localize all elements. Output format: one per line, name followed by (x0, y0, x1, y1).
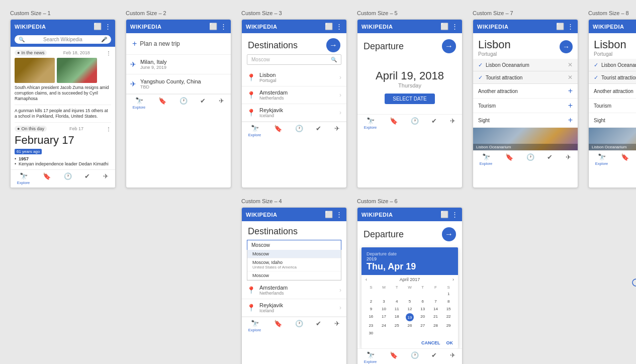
nav-nearby-3[interactable]: ✔ (316, 125, 321, 137)
lisbon8-oceanarium[interactable]: ✓ Lisbon Oceanarium ✕ (589, 59, 636, 71)
nav-save-8[interactable]: 🔖 (621, 153, 629, 166)
cal-day-3[interactable]: 3 (378, 298, 391, 305)
menu-icon-1[interactable]: ⋮ (105, 23, 111, 30)
nav-nearby-7[interactable]: ✔ (547, 153, 553, 166)
cal-day-4[interactable]: 4 (390, 298, 403, 305)
on-this-day-more-icon[interactable]: ⋮ (106, 126, 111, 132)
cal-day-20[interactable]: 20 (416, 313, 429, 321)
nav-plane-5[interactable]: ✈ (450, 117, 456, 130)
nav-save-6[interactable]: 🔖 (390, 351, 398, 364)
cal-day-16[interactable]: 16 (365, 313, 378, 321)
cal-day-30[interactable]: 30 (365, 330, 378, 336)
lisbon7-tourist[interactable]: ✓ Tourist attraction ✕ (473, 71, 578, 84)
nav-nearby-4[interactable]: ✔ (316, 320, 321, 332)
cal-day-22[interactable]: 22 (442, 313, 455, 321)
dest3-search[interactable]: Moscow 🔍 (247, 54, 341, 65)
save-icon-4[interactable]: ⬜ (325, 211, 333, 218)
cal-day-13[interactable]: 13 (416, 306, 429, 312)
cal-day-17[interactable]: 17 (378, 313, 391, 321)
dd-moscow-idaho[interactable]: Moscow, Idaho United States of America (247, 258, 341, 271)
nav-history-1[interactable]: 🕐 (64, 172, 72, 185)
cal-day-19[interactable]: 19 (406, 313, 414, 321)
menu-icon-5[interactable]: ⋮ (451, 23, 458, 30)
menu-icon-6[interactable]: ⋮ (451, 211, 458, 218)
cal-next-icon[interactable]: › (452, 277, 454, 282)
cal-day-14[interactable]: 14 (429, 306, 442, 312)
nav-explore-5[interactable]: 🔭 Explore (364, 117, 377, 130)
add-another7[interactable]: + (568, 86, 573, 96)
save-icon-2[interactable]: ⬜ (209, 23, 217, 30)
close-oceanarium7[interactable]: ✕ (568, 61, 573, 68)
nav-save-3[interactable]: 🔖 (274, 125, 282, 137)
save-icon-7[interactable]: ⬜ (556, 23, 564, 30)
nav-nearby-6[interactable]: ✔ (431, 351, 437, 364)
mic-icon-1[interactable]: 🎤 (101, 37, 107, 42)
dep-select-btn-5[interactable]: SELECT DATE (385, 94, 434, 104)
cal-day-6[interactable]: 6 (416, 298, 429, 305)
dep-btn-5[interactable]: → (442, 39, 456, 53)
nav-save-1[interactable]: 🔖 (43, 172, 51, 185)
cal-day-8[interactable]: 8 (442, 298, 455, 305)
cal-day-29[interactable]: 29 (442, 322, 455, 329)
nav-plane-4[interactable]: ✈ (334, 320, 340, 332)
nav-save-7[interactable]: 🔖 (505, 153, 513, 166)
trip-milan[interactable]: ✈ Milan, Italy June 9, 2019 (126, 55, 231, 74)
nav-save-4[interactable]: 🔖 (274, 320, 282, 332)
dest4-search-input[interactable]: Moscow (247, 240, 341, 250)
lisbon8-sight[interactable]: Sight + (589, 113, 636, 128)
save-icon-3[interactable]: ⬜ (325, 23, 333, 30)
cal-day-28[interactable]: 28 (429, 322, 442, 329)
cal-day-26[interactable]: 26 (403, 322, 416, 329)
nav-history-7[interactable]: 🕐 (526, 153, 534, 166)
lisbon8-tourism[interactable]: Tourism + (589, 99, 636, 113)
save-icon-6[interactable]: ⬜ (440, 211, 448, 218)
cal-ok-btn[interactable]: OK (446, 340, 453, 345)
cal-prev-icon[interactable]: ‹ (366, 277, 367, 282)
dest3-amsterdam[interactable]: 📍 Amsterdam Netherlands › (242, 86, 346, 104)
cal-day-12[interactable]: 12 (403, 306, 416, 312)
cal-day-18[interactable]: 18 (390, 313, 403, 321)
cal-day-7[interactable]: 7 (429, 298, 442, 305)
cal-cancel-btn[interactable]: CANCEL (421, 340, 440, 345)
menu-icon-7[interactable]: ⋮ (567, 23, 574, 30)
nav-history-4[interactable]: 🕐 (295, 320, 303, 332)
nav-history-2[interactable]: 🕐 (179, 97, 188, 110)
news-more-icon[interactable]: ⋮ (106, 50, 111, 56)
cal-day-25[interactable]: 25 (390, 322, 403, 329)
nav-plane-7[interactable]: ✈ (566, 153, 571, 166)
nav-history-3[interactable]: 🕐 (295, 125, 303, 137)
nav-nearby-1[interactable]: ✔ (84, 172, 90, 185)
cal-day-5[interactable]: 5 (403, 298, 416, 305)
plan-trip-item[interactable]: + Plan a new trip (126, 33, 231, 55)
nav-explore-7[interactable]: 🔭 Explore (480, 153, 492, 166)
nav-plane-6[interactable]: ✈ (450, 351, 456, 364)
nav-history-6[interactable]: 🕐 (411, 351, 419, 364)
lisbon8-another[interactable]: Another attraction + (589, 84, 636, 99)
lisbon7-tourism[interactable]: Tourism + (473, 99, 578, 113)
add-sight7[interactable]: + (568, 116, 573, 125)
cal-day-1[interactable]: 1 (442, 291, 455, 297)
cal-day-24[interactable]: 24 (378, 322, 391, 329)
lisbon7-sight[interactable]: Sight + (473, 113, 578, 128)
cal-day-11[interactable]: 11 (390, 306, 403, 312)
cal-day-21[interactable]: 21 (429, 313, 442, 321)
cal-day-9[interactable]: 9 (365, 306, 378, 312)
close-tourist7[interactable]: ✕ (568, 74, 573, 81)
dest3-lisbon[interactable]: 📍 Lisbon Portugal › (242, 69, 346, 86)
lisbon7-btn[interactable]: → (560, 40, 573, 53)
save-icon-5[interactable]: ⬜ (440, 23, 448, 30)
nav-save-2[interactable]: 🔖 (158, 97, 166, 110)
cal-day-23[interactable]: 23 (365, 322, 378, 329)
lisbon8-tourist[interactable]: ✓ Tourist attraction ✕ (589, 71, 636, 84)
nav-nearby-2[interactable]: ✔ (200, 97, 206, 110)
dep-btn-6[interactable]: → (442, 227, 456, 241)
nav-explore-2[interactable]: 🔭 Explore (133, 97, 145, 110)
nav-plane-3[interactable]: ✈ (334, 125, 340, 137)
cal-day-10[interactable]: 10 (378, 306, 391, 312)
nav-explore-3[interactable]: 🔭 Explore (248, 125, 261, 137)
nav-plane-1[interactable]: ✈ (103, 172, 109, 185)
nav-save-5[interactable]: 🔖 (390, 117, 398, 130)
nav-nearby-5[interactable]: ✔ (431, 117, 437, 130)
nav-explore-6[interactable]: 🔭 Explore (364, 351, 377, 364)
cal-day-27[interactable]: 27 (416, 322, 429, 329)
